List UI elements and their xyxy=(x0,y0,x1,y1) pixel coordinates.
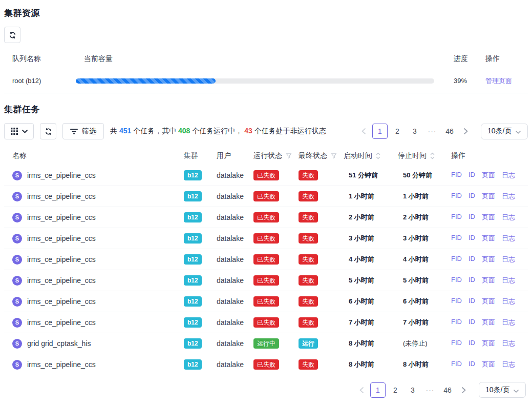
col-user: 用户 xyxy=(217,151,253,160)
stop-time: 5 小时前 xyxy=(398,276,451,285)
row-action-link[interactable]: 日志 xyxy=(502,192,515,201)
row-actions: FIDID页面日志 xyxy=(451,171,528,180)
row-action-link[interactable]: 页面 xyxy=(482,255,495,264)
page-ellipsis: ··· xyxy=(422,382,438,398)
task-user: datalake xyxy=(217,213,253,221)
row-action-link[interactable]: 日志 xyxy=(502,255,515,264)
page-number[interactable]: 1 xyxy=(372,124,388,139)
sort-icon[interactable] xyxy=(430,152,435,159)
row-action-link[interactable]: FID xyxy=(451,318,462,327)
manage-page-link[interactable]: 管理页面 xyxy=(485,77,512,85)
avatar: S xyxy=(12,171,22,180)
page-number[interactable]: 2 xyxy=(390,124,405,139)
task-name: irms_ce_pipeline_ccs xyxy=(27,360,96,369)
task-name: irms_ce_pipeline_ccs xyxy=(27,234,96,242)
row-action-link[interactable]: ID xyxy=(469,318,475,327)
row-action-link[interactable]: 日志 xyxy=(502,297,515,306)
row-action-link[interactable]: 页面 xyxy=(482,171,495,180)
tasks-toolbar: 筛选 共 451 个任务，其中 408 个任务运行中， 43 个任务处于非运行状… xyxy=(4,123,528,139)
page-number[interactable]: 3 xyxy=(405,382,420,398)
row-action-link[interactable]: 日志 xyxy=(502,360,515,369)
row-action-link[interactable]: 日志 xyxy=(502,276,515,285)
run-status-badge: 已失败 xyxy=(253,275,279,286)
resource-row: root (b12) 39% 管理页面 xyxy=(4,69,528,93)
start-time: 8 小时前 xyxy=(344,360,398,369)
row-action-link[interactable]: 页面 xyxy=(482,297,495,306)
page-size-select[interactable]: 10条/页 xyxy=(481,124,528,139)
cluster-badge: b12 xyxy=(184,275,202,286)
row-action-link[interactable]: 日志 xyxy=(502,171,515,180)
final-status-badge: 失败 xyxy=(299,275,318,286)
page-size-select[interactable]: 10条/页 xyxy=(479,382,526,398)
row-action-link[interactable]: FID xyxy=(451,192,462,201)
next-page-button[interactable] xyxy=(457,382,471,398)
table-row: S irms_ce_pipeline_ccs b12 datalake 已失败 … xyxy=(4,228,528,249)
row-action-link[interactable]: 日志 xyxy=(502,339,515,348)
row-action-link[interactable]: ID xyxy=(469,192,475,201)
resources-refresh-button[interactable] xyxy=(4,27,20,43)
next-page-button[interactable] xyxy=(459,124,473,139)
avatar: S xyxy=(12,276,22,286)
filter-button[interactable]: 筛选 xyxy=(62,123,104,139)
page-number[interactable]: 1 xyxy=(370,382,386,398)
sort-icon[interactable] xyxy=(376,152,380,159)
row-action-link[interactable]: ID xyxy=(469,276,475,285)
prev-page-button[interactable] xyxy=(357,124,370,139)
row-action-link[interactable]: 日志 xyxy=(502,318,515,327)
row-action-link[interactable]: ID xyxy=(469,171,475,180)
row-action-link[interactable]: FID xyxy=(451,171,462,180)
page-number[interactable]: 2 xyxy=(388,382,403,398)
row-action-link[interactable]: ID xyxy=(469,360,475,369)
col-run-status: 运行状态 xyxy=(253,151,299,160)
page-number[interactable]: 3 xyxy=(407,124,422,139)
task-name: irms_ce_pipeline_ccs xyxy=(27,318,96,327)
task-name-cell: S irms_ce_pipeline_ccs xyxy=(4,234,184,244)
task-user: datalake xyxy=(217,276,253,285)
row-action-link[interactable]: 页面 xyxy=(482,276,495,285)
run-status-badge: 运行中 xyxy=(253,338,279,349)
page-number[interactable]: 46 xyxy=(442,124,457,139)
row-action-link[interactable]: 日志 xyxy=(502,213,515,222)
row-action-link[interactable]: 页面 xyxy=(482,213,495,222)
start-time: 8 小时前 xyxy=(344,339,398,348)
row-action-link[interactable]: FID xyxy=(451,255,462,264)
row-action-link[interactable]: ID xyxy=(469,339,475,348)
row-action-link[interactable]: FID xyxy=(451,339,462,348)
stop-time: (未停止) xyxy=(398,339,451,348)
cluster-badge: b12 xyxy=(184,170,202,180)
col-progress: 进度 xyxy=(445,54,477,64)
page-number[interactable]: 46 xyxy=(440,382,455,398)
row-action-link[interactable]: FID xyxy=(451,234,462,243)
row-action-link[interactable]: 页面 xyxy=(482,192,495,201)
row-action-link[interactable]: 页面 xyxy=(482,234,495,243)
row-action-link[interactable]: ID xyxy=(469,213,475,222)
start-time: 7 小时前 xyxy=(344,318,398,327)
row-action-link[interactable]: FID xyxy=(451,213,462,222)
filter-funnel-icon[interactable] xyxy=(286,153,292,159)
task-name: irms_ce_pipeline_ccs xyxy=(27,192,96,200)
tasks-refresh-button[interactable] xyxy=(40,123,56,139)
stop-time: 50 分钟前 xyxy=(398,171,451,180)
avatar: S xyxy=(12,255,22,265)
row-action-link[interactable]: 页面 xyxy=(482,318,495,327)
row-action-link[interactable]: FID xyxy=(451,360,462,369)
running-count: 408 xyxy=(178,127,190,135)
row-action-link[interactable]: 页面 xyxy=(482,339,495,348)
row-action-link[interactable]: ID xyxy=(469,234,475,243)
cluster-badge: b12 xyxy=(184,212,202,222)
row-action-link[interactable]: ID xyxy=(469,297,475,306)
avatar: S xyxy=(12,213,22,222)
row-action-link[interactable]: 页面 xyxy=(482,360,495,369)
row-action-link[interactable]: FID xyxy=(451,297,462,306)
row-action-link[interactable]: 日志 xyxy=(502,234,515,243)
run-status-badge: 已失败 xyxy=(253,170,279,180)
filter-funnel-icon[interactable] xyxy=(331,153,337,159)
row-action-link[interactable]: ID xyxy=(469,255,475,264)
task-name: irms_ce_pipeline_ccs xyxy=(27,255,96,264)
prev-page-button[interactable] xyxy=(355,382,368,398)
row-action-link[interactable]: FID xyxy=(451,276,462,285)
layout-dropdown-button[interactable] xyxy=(4,123,34,139)
col-resource-actions: 操作 xyxy=(477,54,528,64)
final-status-badge: 失败 xyxy=(299,212,318,222)
row-actions: FIDID页面日志 xyxy=(451,255,528,264)
